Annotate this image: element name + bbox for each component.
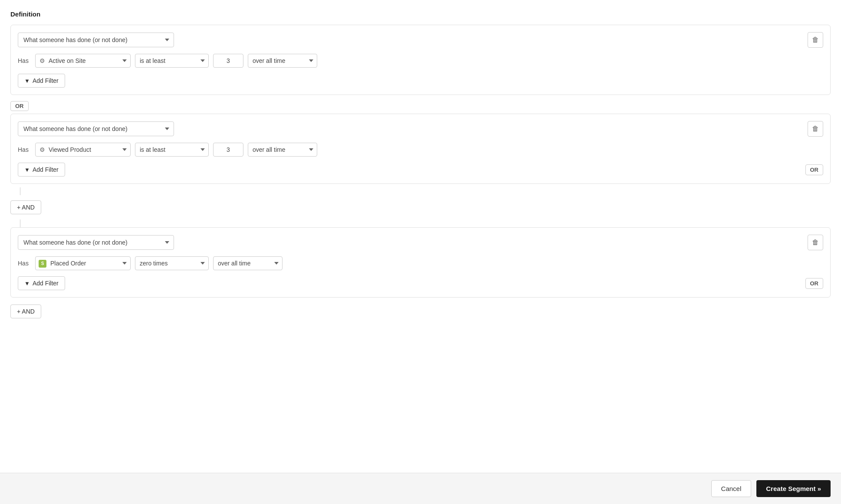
bottom-row-2: ▼ Add Filter OR — [18, 163, 823, 177]
cancel-button[interactable]: Cancel — [711, 480, 752, 497]
create-segment-button[interactable]: Create Segment » — [756, 480, 831, 497]
add-filter-label-1: Add Filter — [33, 77, 59, 84]
or-right-button-1[interactable]: OR — [805, 164, 824, 175]
and-button-1[interactable]: + AND — [10, 200, 41, 214]
time-select-3[interactable]: over all time in the last between dates — [213, 256, 283, 270]
main-content: Definition What someone has done (or not… — [0, 0, 841, 504]
delete-button-1[interactable]: 🗑 — [808, 32, 823, 48]
bottom-row-3: ▼ Add Filter OR — [18, 276, 823, 290]
group-2: What someone has done (or not done) What… — [10, 227, 831, 298]
add-filter-button-3[interactable]: ▼ Add Filter — [18, 276, 65, 290]
and-button-2[interactable]: + AND — [10, 304, 41, 318]
vertical-line-1 — [20, 187, 20, 195]
condition-select-1[interactable]: is at least is exactly is at most zero t… — [135, 54, 209, 68]
has-label-3: Has — [18, 260, 31, 267]
condition-header-3: What someone has done (or not done) What… — [18, 235, 823, 250]
event-select-3[interactable]: Placed Order Cancelled Order Refunded Or… — [35, 256, 131, 270]
number-input-1[interactable] — [213, 54, 243, 68]
has-row-3: Has S Placed Order Cancelled Order Refun… — [18, 256, 823, 270]
condition-block-3: What someone has done (or not done) What… — [10, 227, 831, 298]
and-label-2: + AND — [17, 308, 35, 315]
trash-icon-2: 🗑 — [812, 125, 819, 133]
main-select-1[interactable]: What someone has done (or not done) What… — [18, 33, 174, 47]
and-connector-1: + AND — [10, 200, 831, 214]
trash-icon-3: 🗑 — [812, 239, 819, 246]
filter-icon-2: ▼ — [24, 167, 30, 173]
and-label-1: + AND — [17, 204, 35, 211]
add-filter-label-3: Add Filter — [33, 280, 59, 287]
has-row-1: Has ⚙ Active on Site Viewed Product Clic… — [18, 54, 823, 68]
number-input-2[interactable] — [213, 143, 243, 157]
time-select-1[interactable]: over all time in the last between dates — [248, 54, 317, 68]
condition-select-2[interactable]: is at least is exactly is at most zero t… — [135, 143, 209, 157]
add-filter-button-1[interactable]: ▼ Add Filter — [18, 74, 65, 88]
condition-header-2: What someone has done (or not done) What… — [18, 121, 823, 137]
event-select-wrap-1: ⚙ Active on Site Viewed Product Clicked … — [35, 54, 131, 68]
condition-select-3[interactable]: zero times is at least is exactly is at … — [135, 256, 209, 270]
event-select-wrap-2: ⚙ Viewed Product Active on Site Clicked … — [35, 143, 131, 157]
or-badge-1: OR — [10, 101, 29, 111]
event-select-1[interactable]: Active on Site Viewed Product Clicked Em… — [35, 54, 131, 68]
filter-icon-3: ▼ — [24, 280, 30, 287]
main-select-3[interactable]: What someone has done (or not done) What… — [18, 235, 174, 250]
time-select-2[interactable]: over all time in the last between dates — [248, 143, 317, 157]
has-label-2: Has — [18, 146, 31, 153]
vertical-line-2 — [20, 219, 20, 227]
trash-icon-1: 🗑 — [812, 36, 819, 44]
delete-button-2[interactable]: 🗑 — [808, 121, 823, 137]
page-wrapper: Definition What someone has done (or not… — [0, 0, 841, 504]
condition-block-1: What someone has done (or not done) What… — [10, 25, 831, 95]
event-select-2[interactable]: Viewed Product Active on Site Clicked Em… — [35, 143, 131, 157]
and-connector-2: + AND — [10, 304, 831, 318]
add-filter-label-2: Add Filter — [33, 166, 59, 173]
condition-header-1: What someone has done (or not done) What… — [18, 32, 823, 48]
group-1: What someone has done (or not done) What… — [10, 25, 831, 184]
main-select-2[interactable]: What someone has done (or not done) What… — [18, 121, 174, 136]
event-select-wrap-3: S Placed Order Cancelled Order Refunded … — [35, 256, 131, 270]
has-row-2: Has ⚙ Viewed Product Active on Site Clic… — [18, 143, 823, 157]
or-connector-1: OR — [10, 98, 831, 114]
or-right-button-2[interactable]: OR — [805, 278, 824, 289]
filter-icon-1: ▼ — [24, 78, 30, 84]
delete-button-3[interactable]: 🗑 — [808, 235, 823, 250]
has-label-1: Has — [18, 57, 31, 64]
add-filter-button-2[interactable]: ▼ Add Filter — [18, 163, 65, 177]
footer-bar: Cancel Create Segment » — [0, 473, 841, 504]
condition-block-2: What someone has done (or not done) What… — [10, 114, 831, 184]
section-title: Definition — [10, 10, 831, 18]
